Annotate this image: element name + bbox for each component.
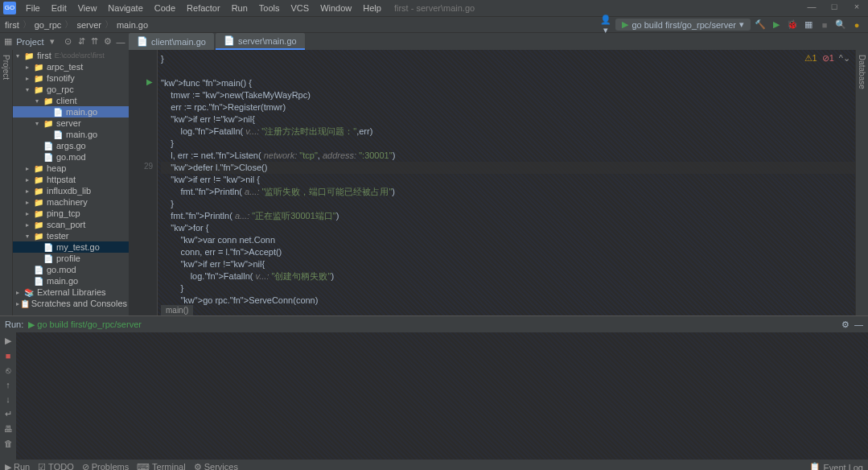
tree-item[interactable]: ▸📋Scratches and Consoles <box>13 298 129 309</box>
tree-item[interactable]: 📄my_test.go <box>13 241 129 253</box>
tree-item[interactable]: 📄args.go <box>13 140 129 151</box>
tree-item[interactable]: ▾📁go_rpc <box>13 84 129 95</box>
project-dropdown-icon[interactable]: ▾ <box>47 36 57 47</box>
code-line[interactable]: "kw">if err != "kw">nil { <box>161 174 855 186</box>
search-icon[interactable]: 🔍 <box>834 19 847 30</box>
tree-item[interactable]: ▾📁tester <box>13 230 129 241</box>
run-output[interactable] <box>16 332 868 460</box>
database-tool-button[interactable]: Database <box>856 50 868 94</box>
status-run[interactable]: ▶ Run <box>5 462 30 470</box>
run-panel-hide-icon[interactable]: — <box>854 320 863 329</box>
window-close[interactable]: × <box>849 2 865 11</box>
editor-breadcrumb[interactable]: main() <box>161 305 193 315</box>
run-gutter-icon[interactable]: ▶ <box>146 77 153 86</box>
code-line[interactable]: "kw">if err !="kw">nil{ <box>161 113 855 126</box>
code-line[interactable]: } <box>161 53 855 65</box>
tree-item[interactable]: ▸📁scan_port <box>13 219 129 230</box>
select-opened-icon[interactable]: ⊙ <box>64 36 73 47</box>
status-problems[interactable]: ⊘ Problems <box>82 462 130 470</box>
code-line[interactable]: "kw">func "fn">main() { <box>161 77 855 89</box>
user-icon[interactable]: 👤▾ <box>599 14 612 35</box>
editor-gutter[interactable]: ▶ 29 <box>129 50 158 315</box>
breadcrumb-item[interactable]: go_rpc <box>35 20 62 30</box>
tree-item[interactable]: 📄main.go <box>13 129 129 140</box>
rerun-icon[interactable]: ▶ <box>5 336 11 346</box>
tree-item[interactable]: ▸📁arpc_test <box>13 61 129 72</box>
inspections-widget[interactable]: ⚠1 ⊘1 ^⌄ <box>804 53 850 64</box>
editor-tab[interactable]: 📄server\main.go <box>216 33 305 50</box>
code-line[interactable]: "kw">defer l."fn">Close() <box>161 162 855 174</box>
tree-item[interactable]: ▸📁heap <box>13 163 129 174</box>
build-icon[interactable]: 🔨 <box>754 19 767 30</box>
print-icon[interactable]: 🖶 <box>4 424 13 434</box>
stop-icon[interactable]: ■ <box>818 20 831 30</box>
tree-item[interactable]: ▸📁fsnotify <box>13 72 129 84</box>
run-panel-config[interactable]: ▶ go build first/go_rpc/server <box>28 320 142 330</box>
code-line[interactable]: "kw">go rpc."fn">ServeConn(conn) <box>161 295 855 307</box>
hide-icon[interactable]: — <box>116 37 125 47</box>
project-tree[interactable]: ▾📁firstE:\code\src\first▸📁arpc_test▸📁fsn… <box>13 50 129 315</box>
menu-tools[interactable]: Tools <box>254 2 285 14</box>
up-icon[interactable]: ↑ <box>6 380 10 390</box>
tree-item[interactable]: 📄go.mod <box>13 264 129 275</box>
code-line[interactable]: l, err := net."fn">Listen( network: "tcp… <box>161 150 855 162</box>
event-log-button[interactable]: 📋 Event Log <box>809 462 863 470</box>
run-config-selector[interactable]: ▶go build first/go_rpc/server▾ <box>615 19 751 31</box>
tree-item[interactable]: ▸📁influxdb_lib <box>13 185 129 196</box>
code-line[interactable]: log."fn">Fatalln( v...: "注册方法时出现问题：",err… <box>161 126 855 138</box>
menu-run[interactable]: Run <box>227 2 253 14</box>
tree-item[interactable]: ▾📁client <box>13 95 129 106</box>
settings-icon[interactable]: ⚙ <box>103 36 113 47</box>
expand-all-icon[interactable]: ⇵ <box>76 36 86 47</box>
tree-item[interactable]: ▸📚External Libraries <box>13 287 129 298</box>
tree-item[interactable]: ▸📁httpstat <box>13 174 129 185</box>
tree-item[interactable]: ▾📁server <box>13 118 129 129</box>
code-line[interactable]: log."fn">Fatalln( v...: "创建句柄失败") <box>161 270 855 282</box>
code-line[interactable]: tmwr := "kw">new(TakeMyWayRpc) <box>161 89 855 101</box>
tree-item[interactable]: 📄go.mod <box>13 151 129 163</box>
coverage-icon[interactable]: ▦ <box>802 19 815 30</box>
code-line[interactable]: fmt."fn">Println( a...: "监听失败，端口可能已经被占用"… <box>161 186 855 198</box>
menu-vcs[interactable]: VCS <box>286 2 315 14</box>
stop-run-icon[interactable]: ■ <box>6 351 11 361</box>
menu-navigate[interactable]: Navigate <box>103 2 147 14</box>
tree-item[interactable]: ▾📁firstE:\code\src\first <box>13 50 129 61</box>
code-line[interactable]: fmt."fn">Println( a...: "正在监听30001端口") <box>161 210 855 222</box>
menu-refactor[interactable]: Refactor <box>182 2 225 14</box>
window-maximize[interactable]: □ <box>826 2 842 11</box>
code-line[interactable]: } <box>161 198 855 210</box>
project-label[interactable]: Project <box>16 37 43 47</box>
wrap-icon[interactable]: ↵ <box>5 409 12 419</box>
project-view-icon[interactable]: ▦ <box>3 36 13 47</box>
debug-icon[interactable]: 🐞 <box>786 19 799 30</box>
breadcrumb-item[interactable]: server <box>76 20 101 30</box>
collapse-all-icon[interactable]: ⇈ <box>89 36 99 47</box>
code-line[interactable]: } <box>161 138 855 150</box>
code-line[interactable]: conn, err = l."fn">Accept() <box>161 246 855 258</box>
code-line[interactable]: "kw">for { <box>161 222 855 234</box>
tree-item[interactable]: 📄profile <box>13 253 129 264</box>
ide-update-icon[interactable]: ● <box>850 20 863 30</box>
tree-item[interactable]: ▸📁machinery <box>13 196 129 208</box>
menu-help[interactable]: Help <box>358 2 386 14</box>
status-todo[interactable]: ☑ TODO <box>38 462 73 470</box>
code-line[interactable] <box>161 65 855 77</box>
run-icon[interactable]: ▶ <box>770 19 783 30</box>
status-terminal[interactable]: ⌨ Terminal <box>137 462 185 470</box>
run-panel-settings-icon[interactable]: ⚙ <box>841 320 849 330</box>
tree-item[interactable]: 📄main.go <box>13 106 129 118</box>
window-minimize[interactable]: — <box>804 2 820 11</box>
menu-view[interactable]: View <box>73 2 102 14</box>
status-services[interactable]: ⚙ Services <box>194 462 238 470</box>
code-line[interactable]: "kw">var conn net.Conn <box>161 234 855 246</box>
exit-icon[interactable]: ⎋ <box>6 365 11 375</box>
menu-code[interactable]: Code <box>150 2 180 14</box>
editor[interactable]: ▶ 29 } "kw">func "fn">main() { tmwr := "… <box>129 50 855 315</box>
menu-file[interactable]: File <box>21 2 45 14</box>
project-tool-button[interactable]: Project <box>0 50 12 85</box>
tree-item[interactable]: ▸📁ping_tcp <box>13 208 129 219</box>
delete-icon[interactable]: 🗑 <box>4 439 13 448</box>
menu-edit[interactable]: Edit <box>47 2 72 14</box>
code-line[interactable]: } <box>161 282 855 295</box>
code-line[interactable]: err := rpc."fn">Register(tmwr) <box>161 101 855 113</box>
